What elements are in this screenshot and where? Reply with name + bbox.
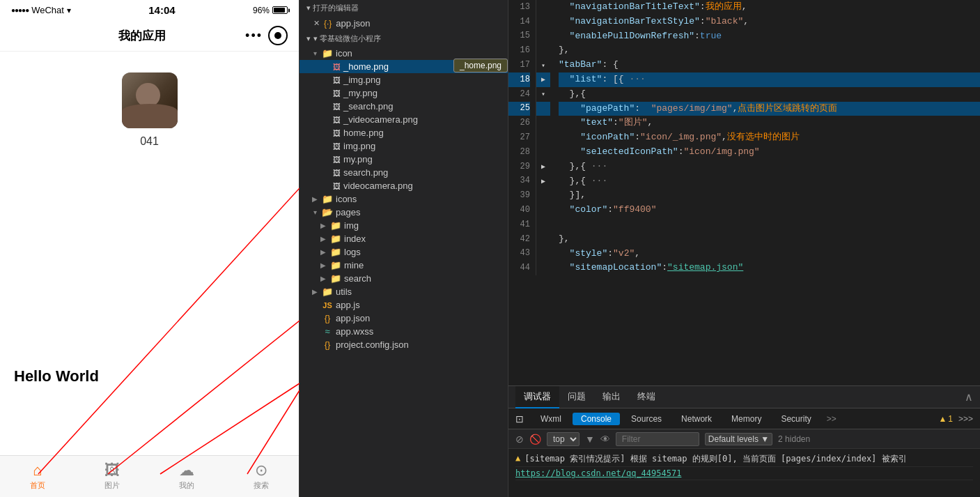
tab-img[interactable]: 🖼 图片 <box>75 456 149 497</box>
tree-item-logs-folder[interactable]: ▶ 📁 logs <box>300 245 508 259</box>
default-levels-select[interactable]: Default levels ▼ <box>705 433 772 445</box>
code-token: "ff9400" <box>613 203 656 217</box>
tree-item-index-folder[interactable]: ▶ 📁 index <box>300 232 508 245</box>
gutter-cell <box>536 188 550 203</box>
tree-item-videocamera-png[interactable]: 🖼 _videocamera.png <box>300 113 508 126</box>
tree-item-icons-folder[interactable]: ▶ 📁 icons <box>300 192 508 206</box>
code-token: "style" <box>559 247 607 261</box>
tree-item-app-js[interactable]: JS app.js <box>300 298 508 312</box>
subtab-security[interactable]: Security <box>772 413 819 425</box>
more-icon[interactable]: ••• <box>245 29 263 43</box>
code-content[interactable]: "navigationBarTitleText" : 我的应用 , "navig… <box>550 0 980 275</box>
json-icon: {·} <box>324 19 332 29</box>
tab-output[interactable]: 输出 <box>594 386 629 408</box>
tree-item-pages-folder[interactable]: ▾ 📂 pages <box>300 206 508 219</box>
record-button[interactable] <box>268 26 288 45</box>
code-token: true <box>700 29 722 44</box>
tree-item-search-folder[interactable]: ▶ 📁 search <box>300 272 508 285</box>
gutter-cell <box>536 261 550 275</box>
code-token: "pagePath" <box>559 102 635 116</box>
tab-search-label: 搜索 <box>254 480 269 491</box>
tab-my[interactable]: ☁ 我的 <box>150 456 224 497</box>
warning-badge: ▲ 1 <box>938 414 953 424</box>
line-num: 44 <box>508 261 530 275</box>
carrier-label: WeChat <box>31 5 64 15</box>
caret-icon: ▶ <box>319 248 327 256</box>
subtab-memory[interactable]: Memory <box>723 413 770 425</box>
caret-icon: ▶ <box>311 195 319 203</box>
code-token: , <box>733 102 738 116</box>
caret-icon: ▾ <box>311 49 319 57</box>
file-name: project.config.json <box>336 339 409 350</box>
tree-item-search-png2[interactable]: 🖼 search.png <box>300 166 508 179</box>
tree-item-videocamera-png2[interactable]: 🖼 videocamera.png <box>300 179 508 192</box>
json-icon: {} <box>322 313 333 323</box>
folder-name: logs <box>344 247 361 257</box>
tree-item-img-png[interactable]: 🖼 _img.png <box>300 73 508 86</box>
tree-item-my-png[interactable]: 🖼 _my.png <box>300 86 508 100</box>
inspect-icon[interactable]: ⊡ <box>515 413 524 425</box>
tab-debugger[interactable]: 调试器 <box>515 386 559 408</box>
file-name: app.wxss <box>336 326 373 337</box>
subtab-network[interactable]: Network <box>673 413 720 425</box>
tree-item-img-png2[interactable]: 🖼 img.png <box>300 139 508 153</box>
avatar <box>122 72 178 128</box>
tree-item-project-config[interactable]: {} project.config.json <box>300 338 508 351</box>
code-token: : <box>700 15 706 29</box>
block-icon[interactable]: ⊘ <box>515 434 524 445</box>
subtab-console[interactable]: Console <box>573 413 620 425</box>
folder-icon: 📁 <box>322 194 333 204</box>
tree-item-my-png2[interactable]: 🖼 my.png <box>300 153 508 166</box>
home-png-row: 🖼 _home.png _home.png <box>300 60 508 73</box>
phone-tab-bar: ⌂ 首页 🖼 图片 ☁ 我的 ⊙ 搜索 <box>0 455 299 497</box>
collapse-button[interactable]: ∧ <box>965 390 973 404</box>
code-token: ··· <box>591 174 607 189</box>
subtab-sources[interactable]: Sources <box>623 413 670 425</box>
caret-icon: ▶ <box>319 261 327 269</box>
close-icon[interactable]: ✕ <box>313 19 320 28</box>
filter-input[interactable] <box>616 432 699 446</box>
tree-item-utils-folder[interactable]: ▶ 📁 utils <box>300 285 508 298</box>
subtab-wxml[interactable]: Wxml <box>532 413 570 425</box>
tab-issues[interactable]: 问题 <box>559 386 594 408</box>
tree-item-home-png2[interactable]: 🖼 home.png <box>300 126 508 139</box>
code-token: "black" <box>706 15 744 29</box>
subtab-label: Memory <box>731 414 761 424</box>
tree-item-app-json[interactable]: {} app.json <box>300 312 508 325</box>
folder-name: icon <box>336 48 352 59</box>
subtab-more[interactable]: >> <box>823 413 841 425</box>
dropdown-icon[interactable]: ▼ <box>585 434 595 445</box>
clear-icon[interactable]: 🚫 <box>529 434 541 445</box>
img-icon: 🖼 <box>104 463 120 478</box>
tree-item-app-wxss[interactable]: ≈ app.wxss <box>300 325 508 338</box>
console-entry-0: ▲ [sitemap 索引情况提示] 根据 sitemap 的规则[0], 当前… <box>515 452 973 467</box>
gutter-cell: ▶ <box>536 174 550 189</box>
eye-icon[interactable]: 👁 <box>600 434 610 445</box>
code-token: "enablePullDownRefresh" <box>559 29 694 44</box>
gutter-cell <box>536 15 550 29</box>
tab-terminal[interactable]: 终端 <box>629 386 664 408</box>
more-icon[interactable]: >>> <box>958 414 973 424</box>
tab-home[interactable]: ⌂ 首页 <box>0 456 75 497</box>
tree-root-label[interactable]: ▾ ▾ 零基础微信小程序 <box>300 31 508 47</box>
file-name: _videocamera.png <box>343 114 418 125</box>
line-num: 34 <box>508 174 530 189</box>
tree-item-home-png[interactable]: 🖼 _home.png <box>300 60 508 73</box>
line-num: 27 <box>508 130 530 145</box>
open-file-app-json[interactable]: ✕ {·} app.json <box>300 16 508 31</box>
console-link[interactable]: https://blog.csdn.net/qq_44954571 <box>515 468 681 478</box>
context-select[interactable]: top <box>547 432 580 446</box>
line-num: 17 <box>508 58 530 72</box>
arrow-gutter: ▾ ▶ ▾ ▶ ▶ <box>536 0 550 275</box>
code-line-40: "color" : "ff9400" <box>559 203 980 217</box>
line-numbers: 13 14 15 16 17 18 24 25 26 27 28 29 34 3… <box>508 0 536 275</box>
tree-item-search-png[interactable]: 🖼 _search.png <box>300 100 508 113</box>
tab-search[interactable]: ⊙ 搜索 <box>224 456 299 497</box>
code-token: "selectedIconPath" <box>559 145 678 160</box>
tree-item-icon-folder[interactable]: ▾ 📁 icon <box>300 47 508 60</box>
tree-item-mine-folder[interactable]: ▶ 📁 mine <box>300 259 508 272</box>
code-editor: 13 14 15 16 17 18 24 25 26 27 28 29 34 3… <box>508 0 980 385</box>
file-name: app.js <box>336 300 360 310</box>
tree-item-img-folder[interactable]: ▶ 📁 img <box>300 219 508 232</box>
code-token: : <box>662 261 667 275</box>
